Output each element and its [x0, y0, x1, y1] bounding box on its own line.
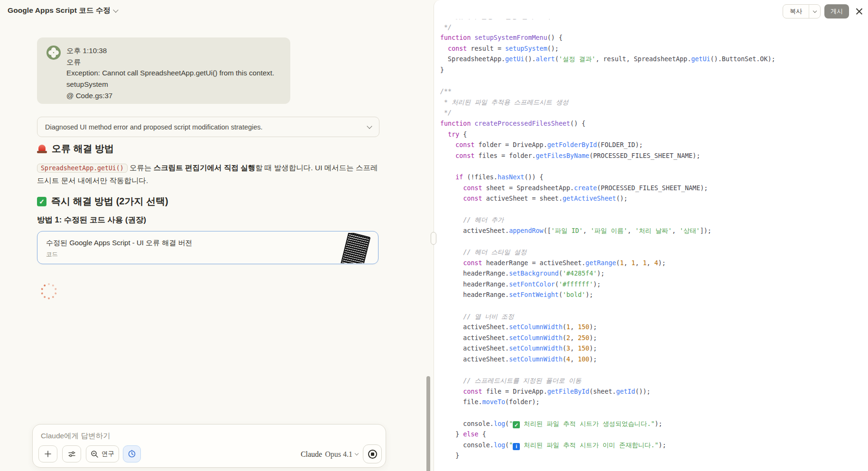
conversation-title-dropdown[interactable]: Google Apps Script 코드 수정 [8, 6, 118, 16]
code-block: * 메뉴에서 실행 - 설정 결과 표시 */function setupSys… [440, 19, 865, 462]
siren-emoji-icon [37, 144, 47, 154]
artifact-panel: 복사 게시 * 메뉴에서 실행 - 설정 결과 표시 */function se… [434, 0, 868, 471]
chat-pane: Google Apps Script 코드 수정 오후 1:10:38 오류 E… [0, 0, 434, 471]
artifact-card[interactable]: 수정된 Google Apps Script - UI 오류 해결 버전 코드 [37, 231, 379, 264]
artifact-card-title: 수정된 Google Apps Script - UI 오류 해결 버전 [46, 239, 192, 248]
sliders-icon [68, 450, 76, 458]
code-scroll-area[interactable]: * 메뉴에서 실행 - 설정 결과 표시 */function setupSys… [440, 19, 865, 471]
thinking-summary-text: Diagnosed UI method error and proposed s… [45, 123, 368, 131]
extended-thinking-button[interactable] [123, 445, 141, 462]
message-composer[interactable]: Claude에게 답변하기 연구 [32, 424, 386, 468]
copy-button[interactable]: 복사 [783, 5, 809, 18]
model-version: Opus 4.1 [325, 450, 352, 459]
stop-generating-button[interactable] [363, 444, 382, 463]
chevron-down-icon [355, 452, 359, 455]
plus-icon [44, 450, 52, 458]
thinking-summary-toggle[interactable]: Diagnosed UI method error and proposed s… [37, 117, 379, 137]
close-icon[interactable] [854, 6, 865, 17]
check-emoji-icon: ✓ [37, 197, 46, 206]
error-location: @ Code.gs:37 [66, 90, 281, 102]
copy-split-button: 복사 [783, 4, 821, 18]
message-timestamp: 오후 1:10:38 [66, 45, 281, 56]
copy-options-button[interactable] [809, 5, 820, 18]
heading-method-1: 방법 1: 수정된 코드 사용 (권장) [37, 215, 146, 225]
clock-icon [128, 450, 136, 458]
research-button[interactable]: 연구 [86, 445, 119, 462]
research-magnifier-icon [91, 450, 99, 458]
loading-spinner [40, 282, 58, 300]
composer-input[interactable]: Claude에게 답변하기 [41, 431, 110, 441]
explanation-paragraph: SpreadsheetApp.getUi() 오류는 스크립트 편집기에서 직접… [37, 162, 381, 186]
model-selector[interactable]: Claude Opus 4.1 [301, 450, 358, 459]
conversation-title: Google Apps Script 코드 수정 [8, 6, 111, 16]
publish-button[interactable]: 게시 [824, 4, 849, 18]
research-label: 연구 [102, 450, 114, 458]
error-exception-text: Exception: Cannot call SpreadsheetApp.ge… [66, 67, 281, 79]
panel-resize-handle[interactable] [431, 232, 436, 245]
heading-immediate-solutions: ✓ 즉시 해결 방법 (2가지 선택) [37, 195, 168, 208]
heading-error-resolution: 오류 해결 방법 [37, 142, 114, 155]
attach-button[interactable] [38, 445, 57, 462]
model-family: Claude [301, 450, 322, 459]
inline-code-chip: SpreadsheetApp.getUi() [37, 164, 128, 173]
artifact-thumbnail [339, 233, 370, 263]
user-message-pasted-error: 오후 1:10:38 오류 Exception: Cannot call Spr… [37, 37, 290, 104]
claude-app-window: Google Apps Script 코드 수정 오후 1:10:38 오류 E… [0, 0, 868, 471]
chevron-down-icon [113, 7, 118, 12]
chevron-down-icon [813, 9, 816, 13]
artifact-card-subtitle: 코드 [46, 250, 58, 259]
error-function-name: setupSystem [66, 79, 281, 90]
error-label: 오류 [66, 56, 281, 68]
tools-settings-button[interactable] [62, 445, 81, 462]
chat-scrollbar-thumb[interactable] [426, 376, 430, 471]
chevron-down-icon [367, 123, 372, 129]
pasted-content-icon [46, 46, 61, 60]
stop-icon [368, 450, 377, 459]
artifact-panel-actions: 복사 게시 [783, 4, 865, 18]
